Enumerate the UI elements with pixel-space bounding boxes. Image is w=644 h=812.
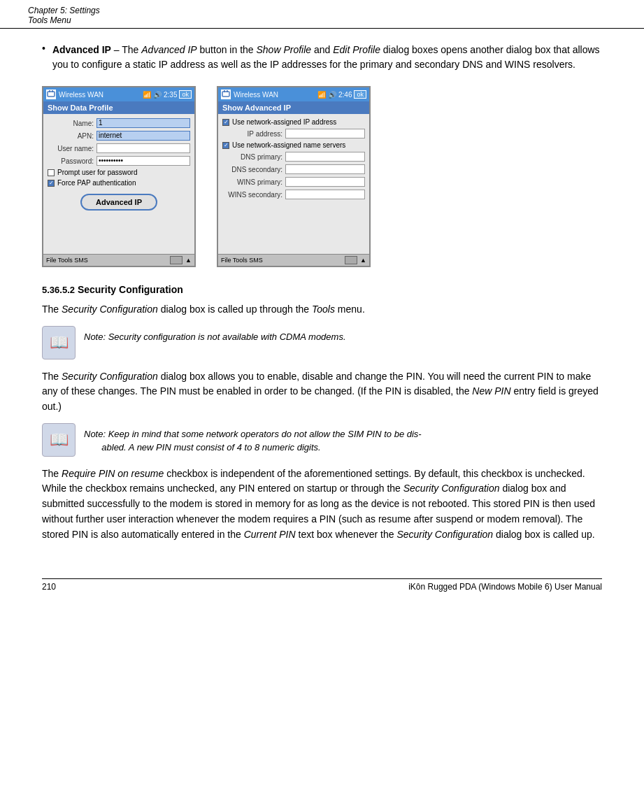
left-ok[interactable]: ok [179,90,192,99]
note-box-2: 📖 Note: Keep in mind that some network o… [42,423,602,457]
field-name: Name: 1 [48,118,190,128]
field-dns-secondary: DNS secondary: [222,164,365,174]
input-password[interactable]: •••••••••• [96,156,190,166]
checkbox-pap-label: Force PAP authentication [57,179,136,187]
left-dialog-title: Show Data Profile [43,101,194,114]
input-ip[interactable] [285,129,365,138]
right-body: ✓ Use network-assigned IP address IP add… [218,114,369,254]
svg-rect-0 [48,92,55,97]
checkbox-network-dns: ✓ Use network-assigned name servers [222,141,365,149]
italic-show-profile: Show Profile [257,44,312,55]
right-time: 2:46 [338,91,352,99]
checkbox-prompt: Prompt user for password [48,169,190,176]
checkbox-prompt-box[interactable] [48,169,55,176]
note-text-1: Note: Security configuration is not avai… [84,326,346,344]
note-icon-2: 📖 [42,423,76,457]
bullet-text: Advanced IP – The Advanced IP button in … [52,43,602,72]
left-body: Name: 1 APN: internet User name: Passwor… [43,114,194,254]
field-password: Password: •••••••••• [48,156,190,166]
svg-rect-5 [227,90,228,92]
right-dialog-title: Show Advanced IP [218,101,369,114]
section-intro: The Security Configuration dialog box is… [42,302,602,318]
right-titlebar-text: Wireless WAN [234,91,278,99]
term-advanced-ip: Advanced IP [52,44,111,55]
left-titlebar: Wireless WAN 📶 🔊 2:35 ok [43,87,194,101]
right-footer-text: File Tools SMS [221,257,263,264]
page-number: 210 [42,582,56,592]
right-titlebar: Wireless WAN 📶 🔊 2:46 ok [218,87,369,101]
field-apn: APN: internet [48,131,190,141]
left-titlebar-text: Wireless WAN [59,91,103,99]
bullet-dash: – The [114,44,141,55]
page-header: Chapter 5: Settings Tools Menu [0,0,644,29]
screenshot-right: Wireless WAN 📶 🔊 2:46 ok Show Advanced I… [217,86,371,267]
screenshots-row: Wireless WAN 📶 🔊 2:35 ok Show Data Profi… [42,86,602,267]
bullet-section: • Advanced IP – The Advanced IP button i… [42,43,602,72]
checkbox-pap: ✓ Force PAP authentication [48,179,190,187]
right-ok[interactable]: ok [354,90,366,99]
left-titlebar-right: 📶 🔊 2:35 ok [143,90,192,99]
checkbox-network-ip-label: Use network-assigned IP address [232,118,336,126]
svg-rect-4 [224,90,225,92]
note-text-2: Note: Keep in mind that some network ope… [84,423,422,455]
input-wins-primary[interactable] [285,177,365,187]
keyboard-icon-right [345,256,357,264]
page-content: • Advanced IP – The Advanced IP button i… [0,29,644,564]
right-titlebar-right: 📶 🔊 2:46 ok [317,90,366,99]
titlebar-icon-right [221,90,231,99]
italic-edit-profile: Edit Profile [333,44,380,55]
checkbox-network-dns-label: Use network-assigned name servers [232,141,345,149]
scroll-icon-right: ▲ [360,257,366,264]
section-header: 5.36.5.2 Security Configuration [42,284,602,295]
checkbox-network-dns-box[interactable]: ✓ [222,142,229,149]
field-ip: IP address: [222,129,365,138]
svg-rect-2 [52,90,53,92]
field-dns-primary: DNS primary: [222,152,365,162]
section-body1: The Security Configuration dialog box al… [42,369,602,415]
field-wins-secondary: WINS secondary: [222,190,365,199]
left-time: 2:35 [164,91,177,99]
checkbox-network-ip: ✓ Use network-assigned IP address [222,118,365,126]
svg-rect-3 [222,92,229,97]
scroll-icon-left: ▲ [185,257,192,264]
checkbox-network-ip-box[interactable]: ✓ [222,119,229,126]
right-footer: File Tools SMS ▲ [218,254,369,266]
advanced-ip-button[interactable]: Advanced IP [80,194,157,211]
header-left: Chapter 5: Settings Tools Menu [28,6,100,25]
titlebar-icon-left [46,90,56,99]
input-name[interactable]: 1 [96,118,190,128]
checkbox-prompt-label: Prompt user for password [57,169,138,176]
field-wins-primary: WINS primary: [222,177,365,187]
field-username: User name: [48,143,190,153]
input-dns-primary[interactable] [285,152,365,162]
note-box-1: 📖 Note: Security configuration is not av… [42,326,602,359]
section-body2: The Require PIN on resume checkbox is in… [42,466,602,542]
section-title: Security Configuration [78,284,183,295]
svg-rect-1 [49,90,50,92]
input-apn[interactable]: internet [96,131,190,141]
left-footer-text: File Tools SMS [46,257,88,264]
input-username[interactable] [96,143,190,153]
note-icon-1: 📖 [42,326,76,359]
right-speaker-icon: 🔊 [328,91,336,99]
input-wins-secondary[interactable] [285,190,365,199]
input-dns-secondary[interactable] [285,164,365,174]
keyboard-icon-left [170,256,183,264]
product-name: iKôn Rugged PDA (Windows Mobile 6) User … [408,582,602,592]
section-number: 5.36.5.2 [42,285,75,295]
left-footer: File Tools SMS ▲ [43,254,194,266]
page-footer: 210 iKôn Rugged PDA (Windows Mobile 6) U… [42,578,602,592]
italic-advanced-ip: Advanced IP [141,44,196,55]
screenshot-left: Wireless WAN 📶 🔊 2:35 ok Show Data Profi… [42,86,196,267]
speaker-icon: 🔊 [153,91,162,99]
right-signal-icon: 📶 [317,91,326,99]
bullet-dot: • [42,43,45,72]
checkbox-pap-box[interactable]: ✓ [48,180,55,187]
signal-icon: 📶 [143,91,151,99]
